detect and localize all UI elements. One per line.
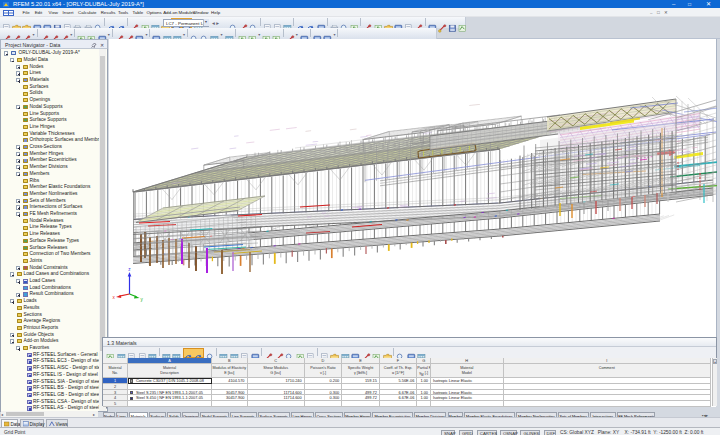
svg-text:z: z	[128, 267, 131, 272]
svg-text:y: y	[141, 297, 144, 302]
svg-text:x: x	[113, 295, 116, 300]
